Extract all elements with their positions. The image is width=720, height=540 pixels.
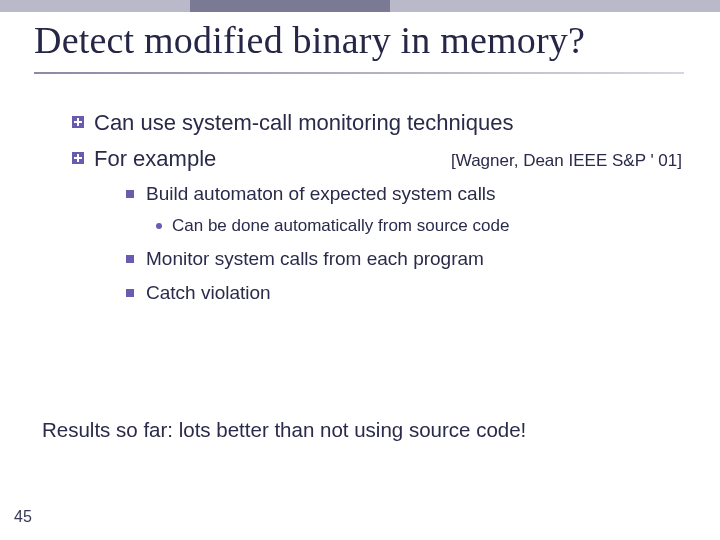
bullet-text: For example [94,144,216,174]
title-underline [34,72,684,74]
bullet-l3: Can be done automatically from source co… [156,214,682,238]
bullet-l2: Build automaton of expected system calls [126,181,682,208]
bullet-l2: Catch violation [126,280,682,307]
summary-text: Results so far: lots better than not usi… [42,418,526,442]
bullet-l1: Can use system-call monitoring technique… [72,108,682,138]
bullet-text: Monitor system calls from each program [146,246,484,273]
slide-title: Detect modified binary in memory? [34,18,585,62]
citation: [Wagner, Dean IEEE S&P ' 01] [451,150,682,173]
square-bullet-icon [126,289,134,297]
sublist: Build automaton of expected system calls… [126,181,682,307]
bullet-text: Build automaton of expected system calls [146,181,496,208]
plus-bullet-icon [72,116,84,128]
bullet-row: For example [Wagner, Dean IEEE S&P ' 01] [94,144,682,174]
top-bar-accent [190,0,390,12]
bullet-text: Can use system-call monitoring technique… [94,108,682,138]
bullet-text: Can be done automatically from source co… [172,214,509,238]
square-bullet-icon [126,255,134,263]
page-number: 45 [14,508,32,526]
slide-body: Can use system-call monitoring technique… [72,108,682,307]
dot-bullet-icon [156,223,162,229]
slide: Detect modified binary in memory? Can us… [0,0,720,540]
plus-bullet-icon [72,152,84,164]
bullet-l1: For example [Wagner, Dean IEEE S&P ' 01] [72,144,682,174]
subsublist: Can be done automatically from source co… [156,214,682,238]
bullet-l2: Monitor system calls from each program [126,246,682,273]
bullet-text: Catch violation [146,280,271,307]
top-bar [0,0,720,12]
square-bullet-icon [126,190,134,198]
